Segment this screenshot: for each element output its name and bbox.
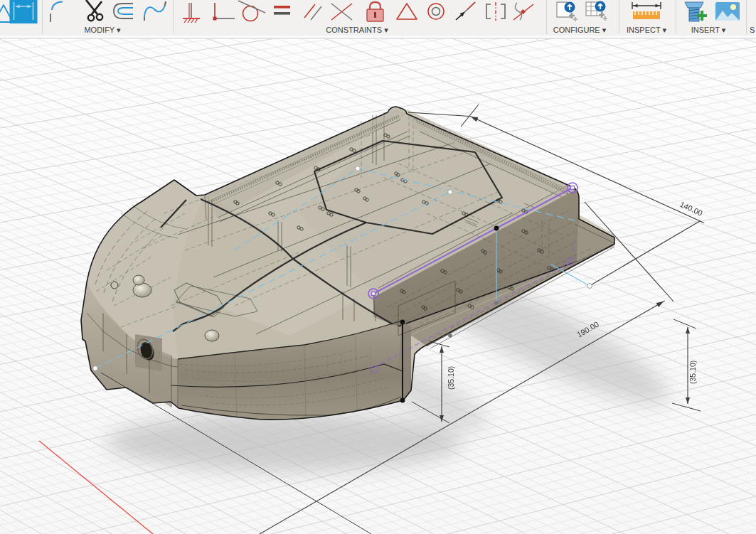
svg-text:INSERT ▾: INSERT ▾ bbox=[691, 26, 726, 34]
svg-text:MODIFY ▾: MODIFY ▾ bbox=[84, 26, 121, 34]
svg-text:CONSTRAINTS ▾: CONSTRAINTS ▾ bbox=[326, 26, 388, 34]
svg-text:CONFIGURE ▾: CONFIGURE ▾ bbox=[553, 26, 607, 34]
svg-text:S: S bbox=[750, 26, 755, 34]
svg-text:(35.10): (35.10) bbox=[447, 366, 455, 390]
svg-text:(35.10): (35.10) bbox=[688, 361, 697, 384]
svg-text:INSPECT ▾: INSPECT ▾ bbox=[627, 26, 667, 34]
